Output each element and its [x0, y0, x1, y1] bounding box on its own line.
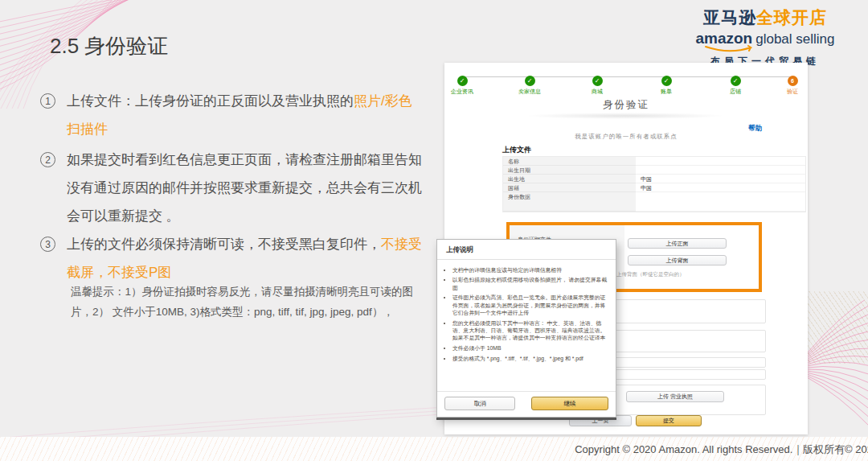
- dialog-bullet: 文档中的详细信息应该与给定的详细信息相符: [452, 266, 608, 274]
- step-billing: ✓账单: [647, 72, 686, 96]
- amazon-smile-icon: [704, 45, 755, 53]
- identity-form-table: 名称 出生日期 出生地中国 国籍中国 身份数据: [502, 156, 806, 212]
- amazon-wordmark: amazon: [695, 30, 752, 47]
- upload-business-license-button[interactable]: 上传 营业执照: [626, 391, 724, 402]
- dialog-title: 上传说明: [437, 240, 616, 260]
- upload-front-button[interactable]: 上传正面: [628, 238, 727, 249]
- divider: [525, 113, 726, 119]
- circled-number-2-icon: 2: [40, 152, 55, 167]
- check-icon: ✓: [592, 76, 603, 86]
- step-seller-info: ✓卖家信息: [510, 72, 549, 96]
- amazon-global-selling-logo: 亚马逊全球开店 amazonglobal selling 布局下一代贸易链: [693, 6, 837, 68]
- check-icon: ✓: [457, 76, 468, 86]
- table-row: 国籍中国: [503, 183, 805, 192]
- verification-screenshot: ✓企业资讯 ✓卖家信息 ✓商城 ✓账单 ✓店铺 6验证 身份验证 帮助 我是该账…: [444, 63, 808, 434]
- list-item-1: 1 上传文件：上传身份证的正反面以及营业执照的照片/彩色扫描件: [40, 87, 422, 143]
- step-store: ✓店铺: [716, 72, 755, 96]
- dialog-bullet: 证件图片必须为高清、彩色且一览无余。图片必须展示完整的证件页面，或者如果为居民身…: [452, 294, 608, 316]
- dialog-bullet: 您的文档必须使用以下其中一种语言： 中文、英语、法语、德语、意大利语、日语、葡萄…: [452, 319, 608, 342]
- logo-cn-orange: 全球开店: [756, 8, 827, 27]
- list-item-3: 3 上传的文件必须保持清晰可读，不接受黑白复印件，不接受截屏，不接受P图: [40, 230, 422, 286]
- table-row: 身份数据: [503, 192, 805, 212]
- list-item-2: 2 如果提交时看到红色信息更正页面，请检查注册邮箱里告知没有通过原因的邮件并按照…: [40, 146, 422, 230]
- check-icon: ✓: [525, 76, 535, 86]
- logo-english-line: amazonglobal selling: [693, 30, 837, 47]
- upload-instructions-dialog: 上传说明 文档中的详细信息应该与给定的详细信息相符 以彩色扫描原始文档或使用移动…: [436, 239, 616, 418]
- item-3-text: 上传的文件必须保持清晰可读，不接受黑白复印件，: [67, 237, 381, 252]
- step-6-badge: 6: [788, 76, 798, 86]
- circled-number-1-icon: 1: [40, 93, 55, 109]
- dialog-bullet-list: 文档中的详细信息应该与给定的详细信息相符 以彩色扫描原始文档或使用移动设备拍摄照…: [437, 263, 616, 391]
- list-item-2-text: 如果提交时看到红色信息更正页面，请检查注册邮箱里告知没有通过原因的邮件并按照要求…: [67, 146, 422, 230]
- footer-bar: Copyright © 2020 Amazon. All rights Rese…: [0, 437, 868, 461]
- dialog-bullet: 以彩色扫描原始文档或使用移动设备拍摄照片， 请勿提交屏幕截图: [452, 276, 608, 291]
- continue-button[interactable]: 继续: [531, 397, 608, 410]
- upload-back-note: 上传背面（即使它是空白的）: [616, 271, 685, 278]
- step-business-info: ✓企业资讯: [443, 72, 481, 96]
- table-row: 出生日期: [503, 166, 805, 175]
- dialog-bullet: 文件必须小于 10MB: [452, 344, 608, 352]
- step-verify: 6验证: [773, 72, 812, 96]
- dialog-bullet: 接受的格式为 *.png、*.tiff、*.tif、*.jpg、*.jpeg 和…: [452, 355, 608, 362]
- upload-files-section-label: 上传文件: [502, 145, 531, 155]
- form-box: [612, 299, 766, 323]
- check-icon: ✓: [661, 76, 672, 86]
- dialog-footer: 取消 继续: [437, 391, 616, 417]
- owner-statement: 我是该账户的唯一所有者或联系点: [444, 133, 808, 141]
- copyright-text: Copyright © 2020 Amazon. All rights Rese…: [575, 442, 868, 457]
- list-item-3-text: 上传的文件必须保持清晰可读，不接受黑白复印件，不接受截屏，不接受P图: [67, 230, 422, 286]
- table-row: 出生地中国: [503, 175, 805, 183]
- submit-button[interactable]: 提交: [636, 415, 702, 426]
- form-box: [612, 330, 766, 352]
- list-item-1-text: 上传文件：上传身份证的正反面以及营业执照的照片/彩色扫描件: [67, 87, 422, 143]
- tip-note: 温馨提示：1）身份证拍摄时容易反光，请尽量拍摄清晰明亮且可读的图片，2） 文件小…: [71, 282, 415, 322]
- logo-cn-navy: 亚马逊: [703, 8, 756, 27]
- item-1-text: 上传文件：上传身份证的正反面以及营业执照的: [67, 93, 354, 109]
- screenshot-page-title: 身份验证: [444, 98, 808, 112]
- global-selling-wordmark: global selling: [755, 31, 834, 47]
- step-marketplace: ✓商城: [578, 72, 616, 96]
- beige-hatch-decoration: [805, 291, 868, 364]
- item-2-text: 如果提交时看到红色信息更正页面，请检查注册邮箱里告知没有通过原因的邮件并按照要求…: [67, 152, 422, 224]
- cancel-button[interactable]: 取消: [444, 397, 515, 410]
- circled-number-3-icon: 3: [40, 237, 55, 252]
- form-row: [612, 357, 766, 368]
- check-icon: ✓: [731, 76, 741, 86]
- page-title: 2.5 身份验证: [50, 32, 168, 60]
- upload-back-button[interactable]: 上传背面: [628, 255, 727, 265]
- table-row: 名称: [503, 157, 805, 166]
- form-row: [612, 369, 766, 380]
- logo-chinese-line: 亚马逊全球开店: [693, 6, 837, 29]
